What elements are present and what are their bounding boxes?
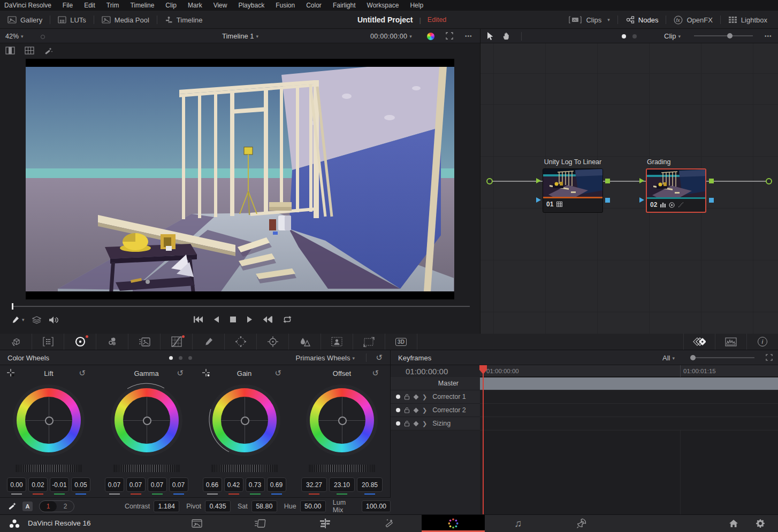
page-fairlight-button[interactable]: ♫ — [506, 515, 530, 532]
menu-file[interactable]: File — [63, 2, 73, 9]
menu-playback[interactable]: Playback — [238, 2, 264, 9]
track-lane-sizing[interactable] — [480, 417, 778, 430]
offset-g-value[interactable]: 23.10 — [329, 477, 355, 492]
gamma-master-wheel[interactable] — [113, 465, 180, 472]
menu-view[interactable]: View — [213, 2, 227, 9]
lift-master-wheel[interactable] — [16, 465, 82, 472]
page-edit-button[interactable] — [314, 515, 337, 532]
node-options-menu[interactable]: ••• — [765, 33, 772, 39]
gain-r-value[interactable]: 0.42 — [224, 477, 243, 492]
lift-color-wheel[interactable] — [13, 384, 85, 456]
menu-help[interactable]: Help — [410, 2, 423, 9]
node-page-dot-2[interactable] — [632, 34, 637, 38]
home-button[interactable] — [722, 515, 745, 532]
menu-mark[interactable]: Mark — [188, 2, 202, 9]
settings-gear-button[interactable] — [749, 515, 772, 532]
gamma-b-value[interactable]: 0.07 — [169, 477, 188, 492]
viewer-scrubber[interactable] — [12, 303, 470, 310]
gamma-y-value[interactable]: 0.07 — [105, 477, 124, 492]
menu-color[interactable]: Color — [306, 2, 322, 9]
track-row-master[interactable]: Master — [391, 377, 480, 390]
node-01-rgb-input[interactable] — [536, 178, 541, 183]
keyframes-panel-tab[interactable] — [683, 334, 715, 350]
node-01-key-output[interactable] — [605, 198, 610, 203]
track-enable-dot[interactable] — [396, 421, 400, 426]
sat-field[interactable]: 58.80 — [251, 500, 277, 512]
viewer-timeline-select[interactable]: Timeline 1 ▾ — [222, 29, 258, 43]
play-button[interactable] — [246, 315, 253, 323]
gain-y-value[interactable]: 0.66 — [203, 477, 222, 492]
menu-timeline[interactable]: Timeline — [130, 2, 154, 9]
page-1-tab[interactable]: 1 — [40, 501, 57, 512]
node-01-rgb-output[interactable] — [605, 179, 610, 183]
picker-crosshair-icon[interactable] — [202, 368, 210, 377]
keyframes-zoom-knob[interactable] — [690, 355, 696, 360]
pan-tool-icon[interactable] — [502, 32, 510, 41]
lock-icon[interactable] — [404, 420, 410, 427]
menu-edit[interactable]: Edit — [84, 2, 95, 9]
color-match-tab[interactable] — [96, 334, 128, 350]
master-track-bar[interactable] — [480, 377, 778, 390]
page-deliver-button[interactable] — [570, 515, 593, 532]
sizing-tab[interactable] — [353, 334, 385, 350]
keyframes-ruler[interactable]: 01:00:00:00 01:00:01:15 01:00:03:06 — [480, 365, 778, 377]
offset-reset-icon[interactable]: ↺ — [372, 368, 379, 378]
lift-g-value[interactable]: -0.01 — [50, 477, 69, 492]
step-back-button[interactable] — [213, 315, 220, 323]
lift-reset-icon[interactable]: ↺ — [79, 368, 86, 378]
hue-field[interactable]: 50.00 — [300, 500, 326, 512]
keyframes-filter-select[interactable]: All ▾ — [662, 354, 675, 362]
wheel-center-handle[interactable] — [338, 417, 347, 425]
gain-master-wheel[interactable] — [211, 465, 278, 472]
menu-clip[interactable]: Clip — [165, 2, 177, 9]
gamma-r-value[interactable]: 0.07 — [126, 477, 146, 492]
wheel-page-dots[interactable] — [169, 356, 192, 360]
scopes-panel-tab[interactable] — [715, 334, 746, 350]
gamma-color-wheel[interactable] — [111, 384, 182, 456]
page-cut-button[interactable] — [249, 515, 272, 532]
color-wheels-tab[interactable] — [64, 334, 96, 350]
node-zoom-slider-knob[interactable] — [727, 33, 733, 38]
color-picker-icon[interactable]: ▾ — [12, 315, 25, 324]
page-2-tab[interactable]: 2 — [57, 501, 74, 512]
wheels-mode-select[interactable]: Primaries Wheels ▾ — [296, 354, 355, 362]
magic-wand-icon[interactable] — [44, 47, 53, 56]
expand-track-chevron[interactable]: ❯ — [422, 394, 427, 400]
lum-mix-field[interactable]: 100.00 — [362, 500, 391, 512]
expand-track-chevron[interactable]: ❯ — [422, 407, 427, 414]
gamma-reset-icon[interactable]: ↺ — [177, 368, 184, 378]
gallery-button[interactable]: Gallery — [0, 11, 50, 29]
track-row-corrector2[interactable]: ❯ Corrector 2 — [391, 404, 480, 417]
wipe-modes-icon[interactable] — [32, 316, 41, 324]
contrast-field[interactable]: 1.184 — [154, 500, 179, 512]
viewer-clip-timecode[interactable]: 00:00:00:00 ▾ — [370, 29, 412, 43]
gamma-g-value[interactable]: 0.07 — [148, 477, 167, 492]
timeline-button[interactable]: Timeline — [157, 11, 210, 29]
page-media-button[interactable] — [185, 515, 209, 532]
offset-color-wheel[interactable] — [306, 384, 378, 456]
picker-crosshair-icon[interactable] — [6, 368, 15, 377]
offset-r-value[interactable]: 32.27 — [301, 477, 327, 492]
track-enable-dot[interactable] — [396, 395, 400, 399]
keyframe-diamond-icon[interactable] — [414, 407, 419, 413]
track-row-sizing[interactable]: ❯ Sizing — [391, 417, 480, 430]
gain-b-value[interactable]: 0.69 — [267, 477, 286, 492]
pivot-field[interactable]: 0.435 — [205, 500, 231, 512]
track-lane-corrector1[interactable] — [480, 390, 778, 404]
color-match-lut-tab[interactable] — [32, 334, 64, 350]
wheel-center-handle[interactable] — [143, 417, 151, 425]
openfx-button[interactable]: fx OpenFX — [666, 11, 720, 29]
scrubber-playhead[interactable] — [12, 303, 13, 310]
reset-all-icon[interactable]: ↺ — [376, 353, 383, 363]
camera-raw-tab[interactable] — [0, 334, 32, 350]
wheel-center-handle[interactable] — [45, 417, 54, 425]
audio-mute-icon[interactable] — [49, 316, 59, 324]
auto-wand-icon[interactable] — [7, 502, 17, 511]
viewer-image[interactable] — [26, 59, 454, 299]
menu-fusion[interactable]: Fusion — [276, 2, 295, 9]
gain-color-wheel[interactable] — [209, 384, 280, 456]
viewer-zoom-select[interactable]: 42% ▾ — [5, 29, 24, 43]
node-02[interactable]: 02 — [646, 168, 706, 213]
nodes-button[interactable]: Nodes — [618, 11, 666, 29]
wheel-center-handle[interactable] — [241, 417, 249, 425]
